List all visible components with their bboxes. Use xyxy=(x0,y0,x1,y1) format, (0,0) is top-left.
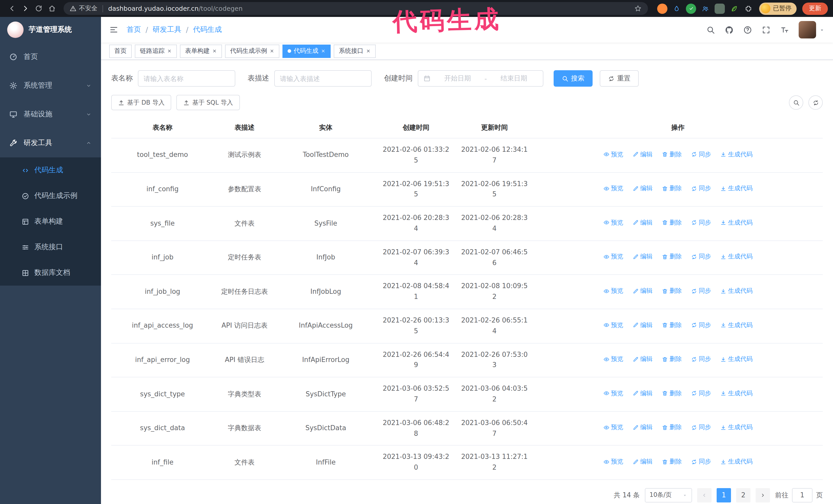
generate-code-link[interactable]: 生成代码 xyxy=(720,286,753,296)
page-button-1[interactable]: 1 xyxy=(717,488,731,502)
user-menu[interactable] xyxy=(799,21,825,39)
import-sql-button[interactable]: 基于 SQL 导入 xyxy=(176,95,240,110)
sync-link[interactable]: 同步 xyxy=(691,149,711,159)
extension-check-icon[interactable] xyxy=(686,3,696,14)
generate-code-link[interactable]: 生成代码 xyxy=(720,320,753,330)
preview-link[interactable]: 预览 xyxy=(603,286,623,296)
tab-form-builder[interactable]: 表单构建 xyxy=(180,44,222,58)
extensions-puzzle-icon[interactable] xyxy=(743,3,754,14)
browser-home-button[interactable] xyxy=(45,2,58,15)
tab-system-api[interactable]: 系统接口 xyxy=(334,44,376,58)
sidebar-item-system-api[interactable]: 系统接口 xyxy=(0,234,101,260)
browser-update-button[interactable]: 更新 xyxy=(802,2,828,15)
edit-link[interactable]: 编辑 xyxy=(633,184,652,193)
extension-leaf-icon[interactable] xyxy=(729,3,739,14)
goto-page-input[interactable] xyxy=(792,488,812,502)
sync-link[interactable]: 同步 xyxy=(691,320,711,330)
delete-link[interactable]: 删除 xyxy=(662,423,682,432)
extension-drop-icon[interactable] xyxy=(671,3,682,14)
edit-link[interactable]: 编辑 xyxy=(633,218,652,227)
tab-codegen-example[interactable]: 代码生成示例 xyxy=(225,44,279,58)
generate-code-link[interactable]: 生成代码 xyxy=(720,218,753,227)
generate-code-link[interactable]: 生成代码 xyxy=(720,354,753,364)
profile-chip[interactable]: 已暂停 xyxy=(759,2,796,15)
edit-link[interactable]: 编辑 xyxy=(633,354,652,364)
preview-link[interactable]: 预览 xyxy=(603,252,623,262)
sync-link[interactable]: 同步 xyxy=(691,354,711,364)
refresh-table-button[interactable] xyxy=(808,95,823,110)
edit-link[interactable]: 编辑 xyxy=(633,423,652,432)
delete-link[interactable]: 删除 xyxy=(662,252,682,262)
page-button-2[interactable]: 2 xyxy=(736,488,751,502)
sync-link[interactable]: 同步 xyxy=(691,423,711,432)
start-date-placeholder[interactable]: 开始日期 xyxy=(434,74,481,83)
delete-link[interactable]: 删除 xyxy=(662,457,682,466)
generate-code-link[interactable]: 生成代码 xyxy=(720,423,753,432)
table-desc-input[interactable] xyxy=(280,75,366,82)
generate-code-link[interactable]: 生成代码 xyxy=(720,457,753,466)
sidebar-item-devtools[interactable]: 研发工具 xyxy=(0,129,101,158)
preview-link[interactable]: 预览 xyxy=(603,218,623,227)
edit-link[interactable]: 编辑 xyxy=(633,389,652,399)
close-icon[interactable] xyxy=(212,49,217,53)
sync-link[interactable]: 同步 xyxy=(691,389,711,399)
delete-link[interactable]: 删除 xyxy=(662,389,682,399)
delete-link[interactable]: 删除 xyxy=(662,218,682,227)
generate-code-link[interactable]: 生成代码 xyxy=(720,389,753,399)
preview-link[interactable]: 预览 xyxy=(603,389,623,399)
sidebar-item-db-doc[interactable]: 数据库文档 xyxy=(0,260,101,286)
table-name-input[interactable] xyxy=(144,75,230,82)
tab-home[interactable]: 首页 xyxy=(109,44,132,58)
browser-forward-button[interactable] xyxy=(19,2,32,15)
page-size-select[interactable]: 10条/页 xyxy=(645,488,692,502)
delete-link[interactable]: 删除 xyxy=(662,184,682,193)
edit-link[interactable]: 编辑 xyxy=(633,149,652,159)
extension-people-icon[interactable] xyxy=(700,3,711,14)
breadcrumb-devtools[interactable]: 研发工具 xyxy=(152,25,181,34)
close-icon[interactable] xyxy=(270,49,274,53)
edit-link[interactable]: 编辑 xyxy=(633,252,652,262)
fullscreen-icon[interactable] xyxy=(762,25,770,34)
tab-tracing[interactable]: 链路追踪 xyxy=(135,44,177,58)
tab-codegen[interactable]: 代码生成 xyxy=(282,44,331,58)
delete-link[interactable]: 删除 xyxy=(662,320,682,330)
next-page-button[interactable] xyxy=(756,488,770,502)
sync-link[interactable]: 同步 xyxy=(691,457,711,466)
sync-link[interactable]: 同步 xyxy=(691,286,711,296)
close-icon[interactable] xyxy=(167,49,172,53)
preview-link[interactable]: 预览 xyxy=(603,457,623,466)
sidebar-collapse-button[interactable] xyxy=(101,25,127,34)
import-db-button[interactable]: 基于 DB 导入 xyxy=(111,95,171,110)
preview-link[interactable]: 预览 xyxy=(603,149,623,159)
preview-link[interactable]: 预览 xyxy=(603,423,623,432)
close-icon[interactable] xyxy=(366,49,371,53)
generate-code-link[interactable]: 生成代码 xyxy=(720,149,753,159)
sidebar-item-infra[interactable]: 基础设施 xyxy=(0,100,101,129)
sidebar-item-home[interactable]: 首页 xyxy=(0,43,101,71)
reset-button[interactable]: 重置 xyxy=(600,70,639,87)
preview-link[interactable]: 预览 xyxy=(603,184,623,193)
browser-reload-button[interactable] xyxy=(32,2,45,15)
delete-link[interactable]: 删除 xyxy=(662,354,682,364)
bookmark-star-icon[interactable] xyxy=(634,5,642,12)
edit-link[interactable]: 编辑 xyxy=(633,286,652,296)
edit-link[interactable]: 编辑 xyxy=(633,320,652,330)
date-range-picker[interactable]: 开始日期 - 结束日期 xyxy=(418,70,543,87)
prev-page-button[interactable] xyxy=(697,488,712,502)
font-size-icon[interactable] xyxy=(780,25,789,34)
delete-link[interactable]: 删除 xyxy=(662,286,682,296)
app-logo[interactable]: 芋道管理系统 xyxy=(0,17,101,43)
search-button[interactable]: 搜索 xyxy=(554,70,593,87)
sidebar-item-form-builder[interactable]: 表单构建 xyxy=(0,209,101,234)
address-bar[interactable]: 不安全 dashboard.yudao.iocoder.cn/tool/code… xyxy=(64,2,648,15)
github-icon[interactable] xyxy=(725,25,734,34)
search-icon[interactable] xyxy=(706,25,715,34)
sync-link[interactable]: 同步 xyxy=(691,252,711,262)
extension-icon[interactable] xyxy=(657,3,667,14)
help-icon[interactable] xyxy=(743,25,752,34)
generate-code-link[interactable]: 生成代码 xyxy=(720,252,753,262)
sync-link[interactable]: 同步 xyxy=(691,184,711,193)
preview-link[interactable]: 预览 xyxy=(603,320,623,330)
preview-link[interactable]: 预览 xyxy=(603,354,623,364)
sidebar-item-codegen-example[interactable]: 代码生成示例 xyxy=(0,183,101,209)
